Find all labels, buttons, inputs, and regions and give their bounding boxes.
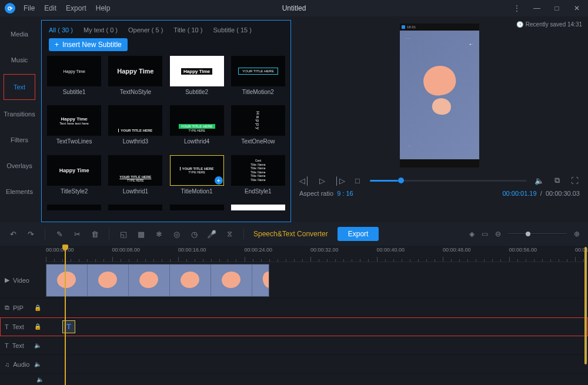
track-text-1[interactable]: TText🔒 T (0, 317, 588, 336)
sidebar-item-overlays[interactable]: Overlays (0, 153, 39, 179)
speed-icon[interactable]: ⧖ (225, 229, 234, 239)
library-tabs: All ( 30 ) My text ( 0 ) Opener ( 5 ) Ti… (42, 21, 290, 36)
thumb-text: YOUR TITLE HERE (179, 124, 215, 129)
playhead[interactable] (65, 246, 66, 385)
speech-text-converter-button[interactable]: Speech&Text Converter (253, 230, 328, 238)
template-grid[interactable]: Happy Time Subtitle1 Happy Time TextNoSt… (42, 56, 290, 222)
tab-title[interactable]: Title ( 10 ) (173, 26, 202, 34)
track-audio[interactable]: ♫Audio🔈 (0, 355, 588, 374)
marker-icon[interactable]: ◈ (469, 230, 475, 238)
close-button[interactable]: ✕ (570, 4, 583, 12)
voiceover-icon[interactable]: 🎤 (207, 230, 216, 239)
menu-edit[interactable]: Edit (44, 4, 56, 12)
aspect-ratio-label[interactable]: Aspect ratio 9 : 16 (299, 190, 353, 197)
add-template-icon[interactable]: + (215, 176, 223, 185)
crop-icon[interactable]: ◱ (119, 230, 128, 239)
template-card[interactable]: CastTitle: NameTitle: NameTitle: NameTit… (229, 155, 287, 201)
thumb-text: Happy Time (59, 168, 89, 173)
minimize-button[interactable]: — (530, 4, 543, 12)
template-card[interactable]: YOUR TITLE HERE Lowthrid3 (106, 105, 164, 151)
insert-subtitle-label: Insert New Subtitle (62, 41, 122, 49)
template-card[interactable]: YOUR TITLE HERETYPE HERE Lowthrid4 (168, 105, 226, 151)
template-card[interactable]: Happy Time Subtitle1 (45, 56, 103, 102)
track-extra[interactable]: 🔈 (0, 374, 588, 385)
mosaic-icon[interactable]: ▦ (136, 230, 146, 239)
template-card[interactable]: YOUR TITLE HERETYPE HERE Lowthrid1 (106, 155, 164, 201)
lock-icon[interactable]: 🔒 (34, 304, 41, 311)
template-card[interactable]: Happy TimeText here text here TextTwoLin… (45, 105, 103, 151)
zoom-tool-icon[interactable]: ◎ (172, 230, 181, 239)
video-track-icon: ▶ (5, 276, 9, 284)
maximize-button[interactable]: □ (550, 4, 563, 12)
zoom-in-icon[interactable]: ⊕ (574, 230, 580, 238)
sidebar-item-text[interactable]: Text (4, 74, 35, 100)
track-pip[interactable]: ⧉PIP🔒 (0, 299, 588, 317)
template-card[interactable]: YOUR TITLE HERE TitleMotion2 (229, 56, 287, 102)
timeline-ruler[interactable]: 00:00:00.0000:00:08.0000:00:16.0000:00:2… (46, 246, 588, 262)
thumb-sub: TYPE HERE (188, 170, 205, 174)
volume-icon[interactable]: 🔈 (534, 176, 544, 185)
sidebar-item-transitions[interactable]: Transitions (0, 101, 39, 127)
audio-track-icon: ♫ (5, 361, 9, 368)
titlebar: ⟳ File Edit Export Help Untitled ⋮ — □ ✕ (0, 0, 588, 16)
stop-icon[interactable]: □ (352, 176, 363, 185)
sidebar-item-filters[interactable]: Filters (0, 127, 39, 153)
track-text-2[interactable]: TText🔈 (0, 336, 588, 355)
export-button[interactable]: Export (338, 227, 379, 241)
thumb-sub: Text here text here (59, 122, 89, 125)
zoom-out-icon[interactable]: ⊖ (495, 230, 501, 238)
snapshot-icon[interactable]: ⧉ (552, 176, 562, 185)
track-video[interactable]: ▶Video 20211115_13261 .gif (0, 262, 588, 299)
preview-seek-slider[interactable] (370, 180, 527, 182)
template-caption: Subtitle1 (63, 89, 86, 95)
preview-player[interactable]: 18:31 · · · + · · · (400, 24, 479, 168)
template-card[interactable] (168, 205, 226, 217)
next-frame-icon[interactable]: │▷ (335, 176, 345, 185)
redo-icon[interactable]: ↷ (26, 230, 35, 239)
thumb-text: YOUR TITLE HERE (238, 68, 278, 75)
template-caption: Lowthrid4 (184, 138, 209, 145)
timeline: 00:00:00.0000:00:08.0000:00:16.0000:00:2… (0, 246, 588, 385)
duration-icon[interactable]: ◷ (189, 230, 199, 239)
prev-frame-icon[interactable]: ◁│ (299, 176, 310, 185)
mute-icon[interactable]: 🔈 (34, 361, 41, 367)
lock-icon[interactable]: 🔒 (34, 323, 41, 330)
tab-opener[interactable]: Opener ( 5 ) (128, 26, 163, 34)
menu-export[interactable]: Export (66, 4, 86, 12)
plus-icon: + (55, 41, 59, 49)
play-icon[interactable]: ▷ (317, 176, 328, 185)
template-card[interactable]: Happy TextOneRow (229, 105, 287, 151)
document-title: Untitled (282, 4, 306, 12)
sidebar-item-elements[interactable]: Elements (0, 179, 39, 205)
fullscreen-icon[interactable]: ⛶ (569, 176, 580, 185)
template-card[interactable] (229, 205, 287, 217)
track-label: PIP (13, 304, 24, 312)
cut-icon[interactable]: ✂ (72, 230, 82, 239)
save-indicator: 🕓 Recently saved 14:31 (516, 21, 582, 28)
sidebar-item-music[interactable]: Music (0, 47, 39, 73)
insert-subtitle-button[interactable]: + Insert New Subtitle (49, 38, 128, 51)
edit-icon[interactable]: ✎ (55, 230, 64, 239)
template-card[interactable]: Happy Time Subtitle2 (168, 56, 226, 102)
menu-help[interactable]: Help (96, 4, 111, 12)
template-card[interactable]: YOUR TITLE HERETYPE HERE+ TitleMotion1 (168, 155, 226, 201)
template-card[interactable]: Happy Time TextNoStyle (106, 56, 164, 102)
tab-subtitle[interactable]: Subtitle ( 15 ) (213, 26, 251, 34)
timeline-vscroll[interactable] (584, 247, 587, 364)
delete-icon[interactable]: 🗑 (90, 230, 99, 239)
undo-icon[interactable]: ↶ (8, 230, 18, 239)
tab-mytext[interactable]: My text ( 0 ) (83, 26, 118, 34)
mute-icon[interactable]: 🔈 (36, 376, 44, 383)
freeze-icon[interactable]: ❄ (154, 230, 163, 239)
template-card[interactable] (45, 205, 103, 217)
sidebar-item-media[interactable]: Media (0, 21, 39, 47)
template-card[interactable]: Happy Time TitleStyle2 (45, 155, 103, 201)
more-icon[interactable]: ⋮ (510, 4, 523, 12)
video-clip[interactable]: 20211115_13261 .gif (46, 264, 269, 297)
mute-icon[interactable]: 🔈 (34, 342, 41, 349)
zoom-slider[interactable] (508, 233, 567, 235)
template-card[interactable] (106, 205, 164, 217)
fit-icon[interactable]: ▭ (482, 230, 488, 238)
tab-all[interactable]: All ( 30 ) (49, 26, 73, 34)
menu-file[interactable]: File (24, 4, 35, 12)
